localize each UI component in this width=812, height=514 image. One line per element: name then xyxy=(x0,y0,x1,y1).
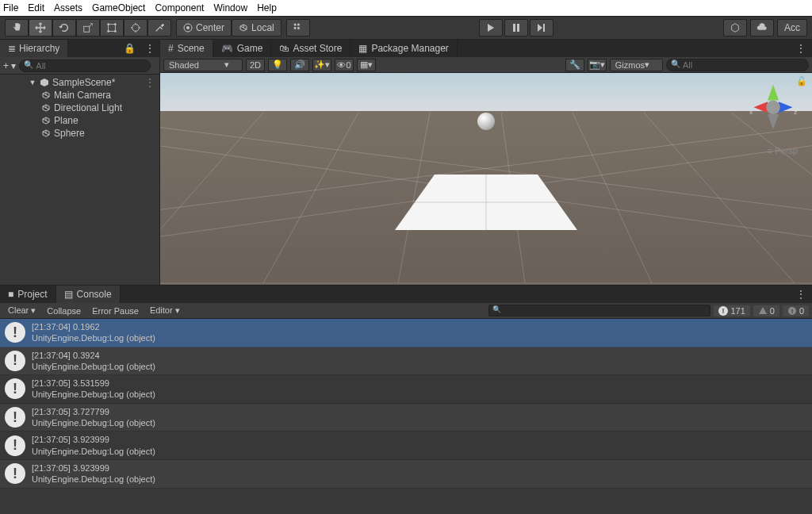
tab-package-manager[interactable]: ▦Package Manager xyxy=(350,40,457,57)
collab-button[interactable] xyxy=(723,19,747,36)
console-entry[interactable]: ! [21:37:05] 3.923999UnityEngine.Debug:L… xyxy=(0,460,812,489)
tree-object-row[interactable]: Main Camera xyxy=(0,89,159,102)
svg-line-26 xyxy=(573,113,652,283)
svg-point-5 xyxy=(114,30,117,33)
hierarchy-tree: ▼ SampleScene* ⋮ Main Camera Directional… xyxy=(0,75,159,141)
tab-game[interactable]: 🎮Game xyxy=(213,40,272,57)
tree-object-row[interactable]: Sphere xyxy=(0,127,159,140)
menu-component[interactable]: Component xyxy=(155,2,204,13)
console-entry[interactable]: ! [21:37:04] 0.1962UnityEngine.Debug:Log… xyxy=(0,319,812,347)
svg-text:!: ! xyxy=(722,307,725,315)
svg-rect-15 xyxy=(543,24,545,32)
lighting-toggle[interactable]: 💡 xyxy=(268,59,287,71)
handle-toggle[interactable]: Local xyxy=(232,19,282,36)
collapse-button[interactable]: Collapse xyxy=(42,305,86,316)
error-pause-button[interactable]: Error Pause xyxy=(87,305,144,316)
menu-file[interactable]: File xyxy=(3,2,18,13)
move-tool[interactable] xyxy=(29,19,52,36)
svg-point-4 xyxy=(107,30,109,33)
menu-assets[interactable]: Assets xyxy=(54,2,82,13)
transform-tool[interactable] xyxy=(124,19,147,36)
menu-edit[interactable]: Edit xyxy=(28,2,44,13)
console-search[interactable] xyxy=(488,305,710,316)
menu-window[interactable]: Window xyxy=(213,2,247,13)
hierarchy-icon: ≣ xyxy=(8,43,16,54)
step-button[interactable] xyxy=(530,19,553,36)
svg-point-2 xyxy=(107,23,109,25)
pivot-toggle[interactable]: Center xyxy=(176,19,232,36)
sphere-object[interactable] xyxy=(477,113,495,130)
console-entry[interactable]: ! [21:37:05] 3.727799UnityEngine.Debug:L… xyxy=(0,404,812,432)
error-count-badge[interactable]: !0 xyxy=(783,305,809,316)
bottom-panel: ■Project ▤Console ⋮ Clear ▾ Collapse Err… xyxy=(0,285,812,514)
scene-panel: #Scene 🎮Game 🛍Asset Store ▦Package Manag… xyxy=(160,40,812,285)
scale-tool[interactable] xyxy=(76,19,100,36)
info-count-badge[interactable]: !171 xyxy=(714,305,749,316)
audio-toggle[interactable]: 🔊 xyxy=(290,59,309,71)
tree-object-row[interactable]: Plane xyxy=(0,114,159,127)
orientation-gizmo[interactable]: x z xyxy=(745,81,801,136)
menu-help[interactable]: Help xyxy=(257,2,277,13)
hierarchy-tab[interactable]: ≣ Hierarchy xyxy=(0,40,68,57)
hand-tool[interactable] xyxy=(5,19,29,36)
editor-dropdown[interactable]: Editor ▾ xyxy=(145,305,185,316)
create-dropdown[interactable]: + ▾ xyxy=(3,60,16,71)
play-button[interactable] xyxy=(479,19,503,36)
tab-console[interactable]: ▤Console xyxy=(56,286,121,303)
custom-tool[interactable] xyxy=(147,19,171,36)
gameobject-icon xyxy=(41,103,51,113)
svg-rect-14 xyxy=(517,24,519,32)
info-icon: ! xyxy=(5,351,25,371)
tab-project[interactable]: ■Project xyxy=(0,286,56,303)
console-entry[interactable]: ! [21:37:05] 3.531599UnityEngine.Debug:L… xyxy=(0,375,812,404)
svg-point-7 xyxy=(186,26,190,29)
panel-menu-icon[interactable]: ⋮ xyxy=(790,43,812,54)
camera-icon[interactable]: 📷▾ xyxy=(588,59,607,71)
shading-dropdown[interactable]: Shaded▾ xyxy=(163,59,243,71)
account-button[interactable]: Acc xyxy=(777,19,807,36)
cloud-button[interactable] xyxy=(750,19,774,36)
scene-viewport[interactable]: x z ≡ Persp 🔓 xyxy=(160,73,812,285)
gizmos-dropdown[interactable]: Gizmos ▾ xyxy=(610,59,663,71)
rotate-tool[interactable] xyxy=(52,19,76,36)
lock-icon[interactable]: 🔒 xyxy=(119,43,140,54)
folder-icon: ■ xyxy=(8,289,13,300)
info-icon: ! xyxy=(5,407,25,428)
scene-menu-icon[interactable]: ⋮ xyxy=(145,77,159,88)
tab-scene[interactable]: #Scene xyxy=(160,40,213,57)
svg-line-23 xyxy=(263,113,358,283)
menu-gameobject[interactable]: GameObject xyxy=(92,2,145,13)
main-toolbar: Center Local Acc xyxy=(0,16,812,40)
panel-menu-icon[interactable]: ⋮ xyxy=(790,289,812,300)
svg-point-35 xyxy=(766,101,780,115)
hierarchy-search[interactable] xyxy=(19,59,151,72)
search-icon: 🔍 xyxy=(492,305,501,313)
projection-label[interactable]: ≡ Persp xyxy=(768,146,798,155)
tools-icon[interactable]: 🔧 xyxy=(565,59,584,71)
console-entry[interactable]: ! [21:37:04] 0.3924UnityEngine.Debug:Log… xyxy=(0,347,812,376)
pause-button[interactable] xyxy=(504,19,528,36)
warn-count-badge[interactable]: 0 xyxy=(753,305,779,316)
scene-search[interactable] xyxy=(666,59,809,71)
rect-tool[interactable] xyxy=(100,19,124,36)
scene-name: SampleScene* xyxy=(52,77,115,88)
clear-button[interactable]: Clear ▾ xyxy=(3,305,40,316)
panel-menu-icon[interactable]: ⋮ xyxy=(140,43,159,54)
lock-icon[interactable]: 🔓 xyxy=(796,76,807,86)
package-icon: ▦ xyxy=(358,43,367,54)
grid-toggle[interactable]: ▦▾ xyxy=(357,59,376,71)
plane-object[interactable] xyxy=(395,175,577,254)
hierarchy-panel: ≣ Hierarchy 🔒 ⋮ + ▾ 🔍 ▼ SampleScene* ⋮ M… xyxy=(0,40,160,285)
tree-object-row[interactable]: Directional Light xyxy=(0,102,159,114)
console-entry[interactable]: ! [21:37:05] 3.923999UnityEngine.Debug:L… xyxy=(0,432,812,460)
svg-point-3 xyxy=(114,23,117,25)
hidden-toggle[interactable]: 👁0 xyxy=(335,59,354,71)
2d-toggle[interactable]: 2D xyxy=(246,59,265,71)
tree-scene-row[interactable]: ▼ SampleScene* ⋮ xyxy=(0,76,159,89)
fx-toggle[interactable]: ✨▾ xyxy=(312,59,331,71)
snap-toggle[interactable] xyxy=(286,19,310,36)
expand-arrow-icon[interactable]: ▼ xyxy=(29,79,36,86)
svg-rect-12 xyxy=(297,27,300,29)
tab-asset-store[interactable]: 🛍Asset Store xyxy=(271,40,350,57)
svg-rect-10 xyxy=(297,24,300,26)
